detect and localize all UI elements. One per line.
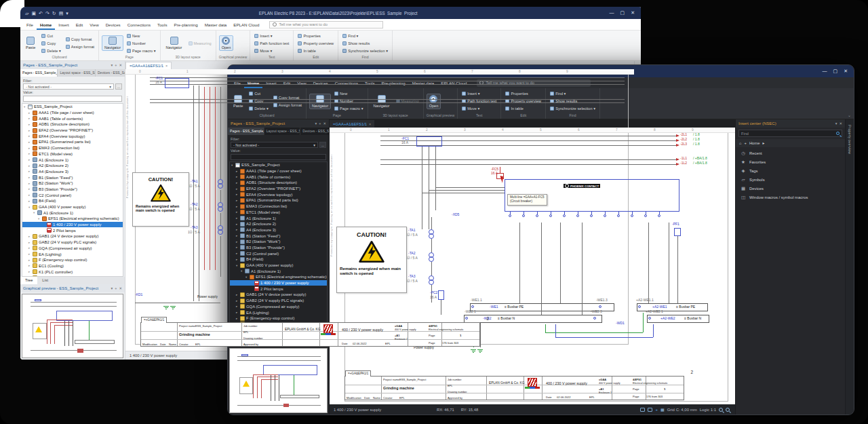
tree-item[interactable]: ▸A4 (Enclosure 3)	[22, 169, 123, 175]
monitor-2-icon[interactable]	[648, 408, 652, 412]
menu-tab-tools[interactable]: Tools	[154, 20, 170, 30]
print-icon[interactable]: ▤	[59, 11, 64, 16]
filter-dropdown[interactable]: - Not activated -▾	[23, 83, 114, 90]
breadcrumb[interactable]: Home	[749, 141, 760, 145]
grid-setting[interactable]: Grid C: 4,00 mm	[667, 408, 697, 412]
tree-item[interactable]: ▸B4 (Field)	[22, 198, 123, 204]
tree-item[interactable]: ▸EMA3 (Connection list)	[22, 145, 123, 151]
panel-tab-2[interactable]: Devices - ESS_Sample_...	[96, 69, 125, 77]
panel-tab-0[interactable]: Pages - ESS_Sample_P...	[20, 69, 58, 77]
insert-center-item-favorites[interactable]: ★Favorites	[736, 157, 845, 166]
tree-item[interactable]: ▾ESS_Sample_Project	[22, 104, 123, 110]
panel-dropdown-icon[interactable]: ▾	[111, 286, 113, 291]
tell-me-search[interactable]: Tell me what you want to do	[269, 21, 383, 28]
properties-button[interactable]: Properties	[296, 33, 335, 39]
show-results-button[interactable]: Show results	[341, 40, 389, 47]
tree-item[interactable]: ▸F (Emergency-stop control)	[22, 257, 123, 263]
panel-tab-1[interactable]: Layout space - ESS_Sa...	[58, 69, 95, 77]
navigator-button[interactable]: Navigator	[102, 35, 123, 51]
tree-item[interactable]: ▸AAA1 (Title page / cover sheet)	[22, 110, 123, 116]
tree-item[interactable]: ▸ETC1 (Model view)	[22, 151, 123, 157]
graphical-preview-thumbnail[interactable]	[22, 294, 123, 358]
in-table-button[interactable]: In table	[296, 47, 335, 54]
property-overview-button[interactable]: Property overview	[296, 40, 335, 47]
tree-item[interactable]: 1 400 / 230 V power supply	[22, 222, 123, 228]
menu-tab-pre-planning[interactable]: Pre-planning	[171, 20, 201, 30]
copy-format-button[interactable]: Copy format	[64, 36, 96, 43]
home-icon[interactable]: ⌂	[739, 141, 742, 145]
add-icon[interactable]: +	[745, 141, 747, 145]
panel-close-icon[interactable]: ✕	[119, 63, 122, 68]
minimize-button[interactable]: —	[823, 69, 827, 74]
open-icon[interactable]: ▣	[31, 11, 36, 16]
tree-item[interactable]: ▸B2 (Station "Work")	[22, 180, 123, 187]
new-button[interactable]: New	[125, 33, 157, 39]
copy-button[interactable]: Copy	[40, 40, 62, 47]
monitor-icon[interactable]	[640, 408, 645, 412]
grid-icon[interactable]: ▦	[660, 407, 665, 412]
insert-center-item-recent[interactable]: ◷Recent	[736, 149, 845, 157]
menu-tab-edit[interactable]: Edit	[73, 20, 87, 30]
close-button[interactable]: ✕	[631, 10, 635, 16]
assign-format-button[interactable]: Assign format	[64, 43, 96, 50]
number-button[interactable]: Number	[125, 40, 157, 47]
tree-item[interactable]: ▸EA (Lighting)	[22, 251, 123, 257]
open-button[interactable]: Open	[219, 35, 234, 51]
menu-tab-master-data[interactable]: Master data	[201, 20, 231, 30]
panel-dropdown-icon[interactable]: ▾	[111, 63, 113, 68]
tree-item[interactable]: ▸GAB1 (24 V device power supply)	[22, 233, 123, 239]
tree-item[interactable]: ▸EFA2 (Overview "PROFINET")	[22, 128, 123, 134]
new-icon[interactable]: ▱	[25, 11, 28, 16]
zoom-in-icon[interactable]	[719, 408, 723, 412]
panel-dropdown-icon[interactable]: ▾	[835, 121, 837, 126]
paste-button[interactable]: Paste	[23, 35, 38, 51]
tree-item[interactable]: 2 Pilot lamps	[22, 227, 123, 233]
insert-center-item-tags[interactable]: ◈Tags	[736, 166, 845, 175]
tree-item[interactable]: ▸EFA4 (Overview topology)	[22, 133, 123, 139]
tab-list[interactable]: List	[37, 277, 53, 284]
tree-item[interactable]: ▸C2 (Control panel)	[22, 192, 123, 198]
insert-center-header[interactable]: Insert center (NSEC) ▾✕	[736, 119, 845, 128]
measuring-button[interactable]: Measuring	[187, 40, 213, 47]
document-tab[interactable]: =GAA+A1&EFS1/1×	[125, 62, 172, 69]
schematic-canvas-front[interactable]: 0123456789 Protected by copyright. Passi…	[330, 128, 735, 404]
menu-tab-insert[interactable]: Insert	[55, 20, 72, 30]
delete-button[interactable]: Delete ▾	[40, 47, 62, 54]
tree-item[interactable]: ▸A2 (Enclosure 2)	[22, 163, 123, 169]
qat-dropdown-icon[interactable]: ▾	[66, 11, 68, 16]
tree-item[interactable]: ▸EPA1 (Summarized parts list)	[22, 139, 123, 145]
find-button[interactable]: Find ▾	[341, 33, 389, 39]
tree-item[interactable]: ▸B1 (Station "Feed")	[22, 174, 123, 180]
menu-tab-view[interactable]: View	[86, 20, 102, 30]
insert-center-item-window-macros-symbol-macros[interactable]: ◫Window macros / symbol macros	[736, 193, 845, 201]
page-macro-button[interactable]: Page macro ▾	[125, 47, 157, 54]
insert-center-item-devices[interactable]: ▦Devices	[736, 184, 845, 193]
filter-more-button[interactable]: ...	[115, 83, 122, 90]
menu-tab-devices[interactable]: Devices	[102, 20, 124, 30]
ribbon-collapse-icon[interactable]: ⌄	[848, 113, 851, 117]
tree-item[interactable]: ▸EC1 (Cooling)	[22, 263, 123, 269]
insert-center-search[interactable]: Find	[738, 130, 842, 137]
navigator-button[interactable]: Navigator	[163, 35, 185, 51]
tree-item[interactable]: ▾EFS1 (Electrical engineering schematic)	[22, 216, 123, 222]
tree-item[interactable]: ▸K1 (PLC controller)	[22, 269, 123, 275]
undo-icon[interactable]: ↶	[39, 11, 43, 16]
tree-item[interactable]: ▸B3 (Station "Provide")	[22, 187, 123, 193]
cut-button[interactable]: Cut	[40, 33, 62, 39]
path-function-text-button[interactable]: Path function text	[253, 40, 290, 47]
tree-item[interactable]: ▸GQA (Compressed air supply)	[22, 246, 123, 252]
restore-button[interactable]: ▢	[833, 69, 838, 74]
panel-pin-icon[interactable]: ⌖	[115, 63, 117, 68]
property-overview-tab[interactable]: Property overview	[848, 125, 852, 415]
preview-panel-header[interactable]: Graphical preview - ESS_Sample_Project ▾…	[20, 284, 125, 292]
menu-tab-home[interactable]: Home	[37, 20, 55, 30]
minimize-button[interactable]: —	[610, 10, 614, 16]
redo-icon[interactable]: ↷	[45, 11, 50, 16]
tree-item[interactable]: ▸AAB1 (Table of contents)	[22, 115, 123, 121]
tree-item[interactable]: ▸ADB1 (Structure description)	[22, 121, 123, 128]
panel-pin-icon[interactable]: ⌖	[115, 286, 117, 291]
tree-item[interactable]: ▸K2 (Valve control)	[22, 275, 123, 277]
menu-tab-eplan-cloud[interactable]: EPLAN Cloud	[230, 20, 262, 30]
panel-close-icon[interactable]: ✕	[119, 286, 122, 291]
menu-tab-file[interactable]: File	[23, 20, 37, 30]
